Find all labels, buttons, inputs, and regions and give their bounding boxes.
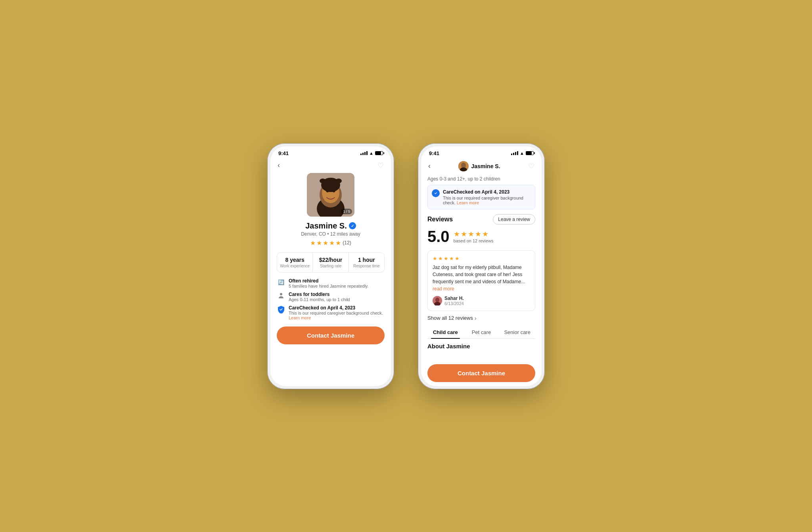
heart-button-2[interactable]: ♡ — [528, 162, 534, 171]
carechecked-info-2: CareChecked on April 4, 2023 This is our… — [443, 189, 531, 205]
rehired-title: Often rehired — [289, 278, 385, 284]
info-toddlers: Cares for toddlers Ages 0-11 months, up … — [277, 292, 385, 302]
svg-point-8 — [335, 179, 342, 183]
rating-star-4: ★ — [475, 230, 481, 238]
rating-star-5: ★ — [482, 230, 488, 238]
contact-jasmine-button-1[interactable]: Contact Jasmine — [277, 326, 385, 344]
rev-star-5: ★ — [455, 255, 460, 261]
star-3: ★ — [323, 239, 328, 247]
chevron-right-icon: › — [475, 315, 477, 321]
phone1-header: ‹ ♡ — [270, 158, 391, 173]
toddlers-subtitle: Ages 0-11 months, up to 1 child — [289, 297, 385, 302]
stat-experience-value: 8 years — [280, 257, 310, 263]
toddlers-text: Cares for toddlers Ages 0-11 months, up … — [289, 292, 385, 302]
carechecked-title-2: CareChecked on April 4, 2023 — [443, 189, 531, 195]
star-4: ★ — [329, 239, 335, 247]
toddler-icon — [277, 292, 285, 300]
reviewer-avatar — [433, 296, 442, 305]
info-rehired: 🔄 Often rehired 5 families have hired Ja… — [277, 278, 385, 288]
back-button-2[interactable]: ‹ — [428, 162, 431, 170]
header-center-2: Jasmine S. — [458, 161, 500, 171]
rating-star-1: ★ — [454, 230, 460, 238]
show-all-text: Show all 12 reviews — [427, 315, 473, 321]
reviewer-info: Sahar H. 6/13/2024 — [444, 296, 464, 306]
carechecked-title-1: CareChecked on April 4, 2023 — [289, 305, 385, 311]
about-section-title: About Jasmine — [427, 343, 535, 350]
battery-icon-1 — [375, 151, 383, 155]
rehired-text: Often rehired 5 families have hired Jasm… — [289, 278, 385, 288]
info-carechecked: CareChecked on April 4, 2023 This is our… — [277, 305, 385, 320]
tab-senior-care[interactable]: Senior care — [499, 326, 535, 338]
stats-row: 8 years Work experience $22/hour Startin… — [277, 252, 385, 273]
leave-review-button[interactable]: Leave a review — [493, 214, 535, 225]
star-rating-1: ★ ★ ★ ★ ★ (12) — [277, 239, 385, 247]
age-range-text: Ages 0-3 and 12+, up to 2 children — [427, 175, 535, 185]
read-more-link[interactable]: read more — [433, 286, 454, 292]
phone-2: 9:41 ▲ ‹ — [418, 143, 545, 389]
profile-name: Jasmine S. ✓ — [277, 221, 385, 230]
reviewer-name: Sahar H. — [444, 296, 464, 301]
reviewer-date: 6/13/2024 — [444, 301, 464, 306]
profile-photo-container: 1 / 5 — [270, 173, 391, 217]
shield-icon-2 — [432, 189, 440, 197]
profile-name-section: Jasmine S. ✓ Denver, CO • 12 miles away … — [270, 220, 391, 248]
svg-point-11 — [461, 163, 466, 168]
header-profile-name: Jasmine S. — [471, 163, 500, 169]
status-bar-2: 9:41 ▲ — [421, 146, 542, 158]
stat-response-value: 1 hour — [351, 257, 382, 263]
carechecked-text-1: CareChecked on April 4, 2023 This is our… — [289, 305, 385, 320]
profile-photo: 1 / 5 — [307, 173, 354, 217]
verified-badge: ✓ — [349, 222, 356, 229]
signal-icon-2 — [511, 151, 518, 155]
rating-summary: 5.0 ★ ★ ★ ★ ★ based on 12 reviews — [427, 228, 535, 246]
big-rating-number: 5.0 — [427, 228, 450, 246]
stat-experience: 8 years Work experience — [277, 253, 313, 272]
tabs-row: Child care Pet care Senior care — [427, 326, 535, 339]
carechecked-box-2: CareChecked on April 4, 2023 This is our… — [427, 185, 535, 209]
review-text: Jaz dog sat for my elderly pitbull, Mada… — [433, 264, 530, 292]
status-bar-1: 9:41 ▲ — [270, 146, 391, 158]
shield-icon-1 — [277, 305, 285, 314]
time-2: 9:41 — [429, 150, 439, 156]
info-list: 🔄 Often rehired 5 families have hired Ja… — [270, 277, 391, 322]
scrolled-content: Ages 0-3 and 12+, up to 2 children CareC… — [421, 175, 542, 360]
star-5: ★ — [335, 239, 341, 247]
wifi-icon-2: ▲ — [520, 151, 524, 156]
reviews-header: Reviews Leave a review — [427, 214, 535, 225]
reviews-title: Reviews — [427, 216, 453, 223]
stat-response: 1 hour Response time — [349, 253, 384, 272]
stat-response-label: Response time — [351, 264, 382, 268]
status-icons-1: ▲ — [360, 151, 383, 156]
svg-point-7 — [320, 179, 326, 183]
shield-svg-1 — [278, 305, 285, 313]
battery-icon-2 — [526, 151, 534, 155]
stat-rate: $22/hour Starting rate — [313, 253, 349, 272]
review-stars: ★ ★ ★ ★ ★ — [433, 255, 530, 261]
tab-pet-care[interactable]: Pet care — [463, 326, 500, 338]
heart-button-1[interactable]: ♡ — [377, 161, 384, 170]
star-1: ★ — [310, 239, 316, 247]
signal-icon-1 — [360, 151, 368, 155]
show-all-row[interactable]: Show all 12 reviews › — [427, 315, 535, 321]
rating-star-2: ★ — [461, 230, 467, 238]
shield-svg-2 — [433, 190, 439, 196]
rev-star-2: ★ — [438, 255, 443, 261]
profile-location: Denver, CO • 12 miles away — [277, 231, 385, 237]
phone2-header: ‹ Jasmine S. ♡ — [421, 158, 542, 175]
svg-point-14 — [435, 298, 439, 302]
review-count-1: (12) — [343, 240, 351, 246]
contact-jasmine-button-2[interactable]: Contact Jasmine — [427, 364, 535, 382]
rev-star-4: ★ — [449, 255, 454, 261]
tab-child-care[interactable]: Child care — [427, 326, 463, 338]
learn-more-link-1[interactable]: Learn more — [289, 315, 311, 320]
back-button-1[interactable]: ‹ — [278, 161, 280, 169]
review-card: ★ ★ ★ ★ ★ Jaz dog sat for my elderly pit… — [427, 250, 535, 311]
carechecked-subtitle-1: This is our required caregiver backgroun… — [289, 311, 385, 320]
phone-1: 9:41 ▲ ‹ ♡ — [267, 143, 394, 389]
toddlers-title: Cares for toddlers — [289, 292, 385, 297]
reviewer-row: Sahar H. 6/13/2024 — [433, 296, 530, 306]
star-2: ★ — [316, 239, 322, 247]
time-1: 9:41 — [278, 150, 289, 156]
rev-star-3: ★ — [444, 255, 448, 261]
learn-more-link-2[interactable]: Learn more — [457, 200, 479, 205]
